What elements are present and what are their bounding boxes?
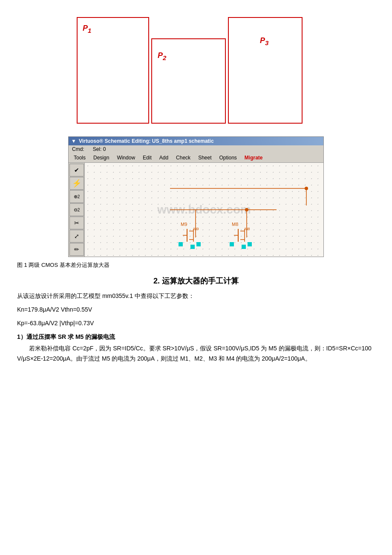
- menu-design[interactable]: Design: [90, 154, 112, 162]
- svg-rect-16: [196, 242, 201, 246]
- cmd-bar: Cmd: Sel: 0: [69, 145, 323, 153]
- cmd-label: Cmd:: [72, 146, 84, 152]
- panel-diagram: P1 P2 P3: [72, 13, 320, 128]
- svg-rect-15: [190, 245, 195, 249]
- menu-window[interactable]: Window: [113, 154, 138, 162]
- menu-options[interactable]: Options: [216, 154, 240, 162]
- svg-rect-14: [179, 242, 183, 246]
- svg-point-6: [305, 187, 308, 190]
- svg-rect-26: [248, 242, 252, 246]
- body-para2: Kn=179.8μA/V2 Vthn=0.55V: [17, 305, 375, 315]
- svg-rect-24: [230, 242, 234, 246]
- panel-p3-label: P3: [260, 36, 268, 46]
- subheading1: 1）通过压摆率 SR 求 M5 的漏极电流: [17, 333, 375, 341]
- svg-text:M8: M8: [232, 222, 238, 227]
- panel-p1-label: P1: [83, 24, 91, 34]
- body-para1: 从该运放设计所采用的工艺模型 mm0355v.1 中查得以下工艺参数：: [17, 291, 375, 301]
- titlebar-arrow: ▼: [71, 138, 76, 144]
- tool-check[interactable]: ✔: [69, 164, 84, 176]
- circuit-svg: M9 M9 M8 M8: [85, 163, 323, 257]
- virt-toolbar: ✔ ⚡ ⊕2 ⊖2 ✂ ⤢ ✏: [69, 163, 85, 257]
- menu-add[interactable]: Add: [156, 154, 172, 162]
- svg-rect-25: [242, 245, 246, 249]
- tool-move[interactable]: ⤢: [69, 230, 84, 243]
- svg-text:M9: M9: [181, 222, 187, 227]
- menu-bar[interactable]: Tools Design Window Edit Add Check Sheet…: [69, 153, 323, 163]
- body-para3: Kp=-63.8μA/V2 |Vthp|=0.73V: [17, 318, 375, 329]
- panel-p2-label: P2: [158, 51, 166, 61]
- sel-label: Sel: 0: [93, 146, 106, 152]
- body-para4: 若米勒补偿电容 Cc=2pF，因为 SR=ID5/Cc。要求 SR>10V/μS…: [17, 344, 375, 364]
- schematic-canvas[interactable]: www.bdocx.com: [85, 163, 323, 257]
- menu-sheet[interactable]: Sheet: [195, 154, 215, 162]
- svg-point-5: [245, 208, 248, 211]
- panel-p3: [228, 17, 303, 124]
- virtuoso-title: Virtuoso® Schematic Editing: US_8ths amp…: [79, 138, 214, 144]
- tool-pen[interactable]: ✏: [69, 243, 84, 256]
- tool-zoom-in[interactable]: ⊕2: [69, 190, 84, 203]
- virtuoso-titlebar: ▼ Virtuoso® Schematic Editing: US_8ths a…: [69, 137, 323, 145]
- virt-main-area: ✔ ⚡ ⊕2 ⊖2 ✂ ⤢ ✏ www.bdocx.com: [69, 163, 323, 257]
- svg-text:M9: M9: [193, 227, 199, 231]
- tool-zoom-out[interactable]: ⊖2: [69, 203, 84, 216]
- menu-check[interactable]: Check: [173, 154, 194, 162]
- menu-tools[interactable]: Tools: [70, 154, 89, 162]
- svg-text:M8: M8: [245, 227, 250, 231]
- fig-caption: 图 1 两级 CMOS 基本差分运算放大器: [17, 261, 375, 269]
- menu-edit[interactable]: Edit: [139, 154, 155, 162]
- tool-flash[interactable]: ⚡: [69, 177, 84, 190]
- virtuoso-window: ▼ Virtuoso® Schematic Editing: US_8ths a…: [68, 136, 324, 257]
- section2-heading: 2. 运算放大器的手工计算: [17, 276, 375, 286]
- tool-scissors[interactable]: ✂: [69, 217, 84, 229]
- menu-migrate[interactable]: Migrate: [241, 154, 266, 162]
